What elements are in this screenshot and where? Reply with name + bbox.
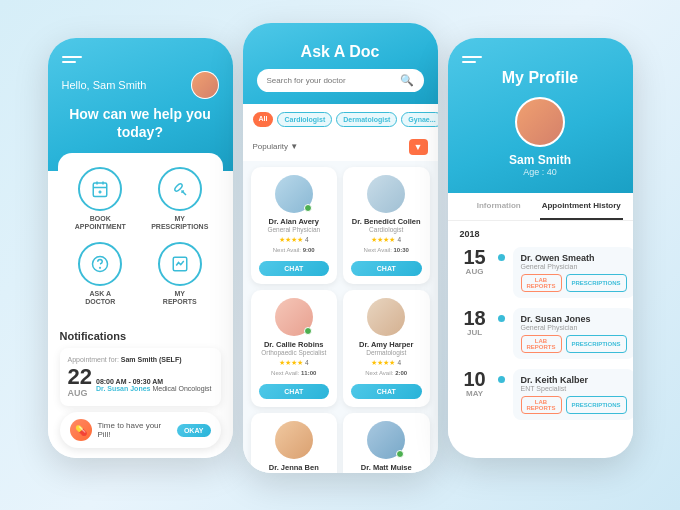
appointment-notification[interactable]: Appointment for: Sam Smith (SELF) 22 AUG… <box>60 348 221 406</box>
rx-btn-2[interactable]: PRESCRIPTIONS <box>566 335 627 353</box>
doctor-card-3[interactable]: Dr. Callie Robins Orthopaedic Specialist… <box>251 290 338 407</box>
appt-day-3: 10 <box>460 369 490 389</box>
appt-month-1: AUG <box>460 267 490 276</box>
avail-2: Next Avail: 10:30 <box>351 247 422 253</box>
online-indicator-6 <box>396 450 404 458</box>
menu-icon[interactable] <box>62 56 219 63</box>
chat-btn-1[interactable]: CHAT <box>259 261 330 276</box>
book-appointment-item[interactable]: BOOKAPPOINTMENT <box>66 167 136 232</box>
profile-age: Age : 40 <box>462 167 619 177</box>
tab-information[interactable]: Information <box>458 193 541 220</box>
actions-grid: BOOKAPPOINTMENT MYPRESCRIPTIONS ASK ADOC… <box>58 153 223 321</box>
doctor-avatar-2 <box>367 175 405 213</box>
filter-derm[interactable]: Dermatologist <box>336 112 397 127</box>
rx-btn-3[interactable]: PRESCRIPTIONS <box>566 396 627 414</box>
doctor-card-6[interactable]: Dr. Matt Muise Cardiologist ★★★★4 <box>343 413 430 473</box>
doctor-name-5: Dr. Jenna Ben <box>259 463 330 472</box>
stars-1: ★★★★ <box>279 236 303 244</box>
filter-cardio[interactable]: Cardiologist <box>277 112 332 127</box>
search-bar[interactable]: 🔍 <box>257 69 424 92</box>
doctor-card-2[interactable]: Dr. Benedict Collen Cardiologist ★★★★4 N… <box>343 167 430 284</box>
doctor-avatar-4 <box>367 298 405 336</box>
filter-icon[interactable]: ▼ <box>409 139 428 155</box>
ask-doctor-item[interactable]: ASK ADOCTOR <box>66 242 136 307</box>
online-indicator-3 <box>304 327 312 335</box>
doctor-spec-3: Orthopaedic Specialist <box>259 349 330 356</box>
appt-date-3: 10 MAY <box>460 369 490 398</box>
pill-icon: 💊 <box>70 419 92 441</box>
okay-button[interactable]: OKAY <box>177 424 211 437</box>
chat-btn-4[interactable]: CHAT <box>351 384 422 399</box>
stars-3: ★★★★ <box>279 359 303 367</box>
rating-3: 4 <box>305 359 309 366</box>
appt-date-2: 18 JUL <box>460 308 490 337</box>
lab-btn-3[interactable]: LAB REPORTS <box>521 396 562 414</box>
avatar[interactable] <box>191 71 219 99</box>
headline-text: How can we help you today? <box>62 105 219 141</box>
sort-label[interactable]: Popularity ▼ <box>253 142 299 151</box>
phone-profile: My Profile Sam Smith Age : 40 Informatio… <box>448 38 633 458</box>
phone-home: Hello, Sam Smith How can we help you tod… <box>48 38 233 458</box>
appt-month: AUG <box>68 388 92 398</box>
appt-date-1: 15 AUG <box>460 247 490 276</box>
lab-btn-1[interactable]: LAB REPORTS <box>521 274 562 292</box>
rx-btn-1[interactable]: PRESCRIPTIONS <box>566 274 627 292</box>
filter-all[interactable]: All <box>253 112 274 127</box>
prescriptions-item[interactable]: MYPRESCRIPTIONS <box>145 167 215 232</box>
phone-ask-doc: Ask A Doc 🔍 All Cardiologist Dermatologi… <box>243 23 438 473</box>
filter-tabs: All Cardiologist Dermatologist Gynae... <box>243 104 438 135</box>
doctor-name-2: Dr. Benedict Collen <box>351 217 422 226</box>
doctor-spec-5: General Physician <box>259 472 330 473</box>
doctor-card-1[interactable]: Dr. Alan Avery General Physician ★★★★4 N… <box>251 167 338 284</box>
doctor-name-1: Dr. Alan Avery <box>259 217 330 226</box>
ask-doc-title: Ask A Doc <box>257 43 424 61</box>
doctor-avatar-1 <box>275 175 313 213</box>
rating-2: 4 <box>397 236 401 243</box>
avail-4: Next Avail: 2:00 <box>351 370 422 376</box>
appointment-row-1: 15 AUG Dr. Owen Smeath General Physician… <box>460 247 621 298</box>
menu-icon-3[interactable] <box>462 56 482 63</box>
appt-dot-1 <box>498 254 505 261</box>
book-label: BOOKAPPOINTMENT <box>75 215 126 232</box>
greeting-text: Hello, Sam Smith <box>62 79 147 91</box>
appt-doc-3: Dr. Keith Kalber <box>521 375 627 385</box>
stars-2: ★★★★ <box>371 236 395 244</box>
profile-avatar <box>515 97 565 147</box>
appt-spec-3: ENT Specialist <box>521 385 627 392</box>
online-indicator-1 <box>304 204 312 212</box>
search-input[interactable] <box>267 76 394 85</box>
filter-gyn[interactable]: Gynae... <box>401 112 437 127</box>
appointment-row-2: 18 JUL Dr. Susan Jones General Physician… <box>460 308 621 359</box>
ask-label: ASK ADOCTOR <box>85 290 115 307</box>
reports-icon <box>158 242 202 286</box>
phone3-header: My Profile Sam Smith Age : 40 <box>448 38 633 193</box>
appt-spec-1: General Physician <box>521 263 627 270</box>
avail-3: Next Avail: 11:00 <box>259 370 330 376</box>
svg-point-10 <box>100 267 101 268</box>
doctor-spec-1: General Physician <box>259 226 330 233</box>
phone2-header: Ask A Doc 🔍 <box>243 23 438 104</box>
reports-item[interactable]: MYREPORTS <box>145 242 215 307</box>
lab-btn-2[interactable]: LAB REPORTS <box>521 335 562 353</box>
doctor-spec-2: Cardiologist <box>351 226 422 233</box>
appointment-row-3: 10 MAY Dr. Keith Kalber ENT Specialist L… <box>460 369 621 420</box>
appt-time: 08:00 AM - 09:30 AM <box>96 378 212 385</box>
doctor-card-5[interactable]: Dr. Jenna Ben General Physician ★★★★4 <box>251 413 338 473</box>
avail-1: Next Avail: 9:00 <box>259 247 330 253</box>
doctor-name-4: Dr. Amy Harper <box>351 340 422 349</box>
pill-banner: 💊 Time to have your Pill! OKAY <box>60 412 221 448</box>
appt-card-2[interactable]: Dr. Susan Jones General Physician LAB RE… <box>513 308 633 359</box>
chat-btn-3[interactable]: CHAT <box>259 384 330 399</box>
svg-rect-0 <box>94 183 108 197</box>
notifications-section: Notifications Appointment for: Sam Smith… <box>48 320 233 457</box>
appt-card-1[interactable]: Dr. Owen Smeath General Physician LAB RE… <box>513 247 633 298</box>
chat-btn-2[interactable]: CHAT <box>351 261 422 276</box>
pill-text: Time to have your Pill! <box>98 421 171 439</box>
notif-name: Sam Smith (SELF) <box>121 356 182 363</box>
appt-month-3: MAY <box>460 389 490 398</box>
doctor-card-4[interactable]: Dr. Amy Harper Dermatologist ★★★★4 Next … <box>343 290 430 407</box>
tab-appointment-history[interactable]: Appointment History <box>540 193 623 220</box>
appt-card-3[interactable]: Dr. Keith Kalber ENT Specialist LAB REPO… <box>513 369 633 420</box>
rx-label: MYPRESCRIPTIONS <box>151 215 208 232</box>
doctor-avatar-3 <box>275 298 313 336</box>
